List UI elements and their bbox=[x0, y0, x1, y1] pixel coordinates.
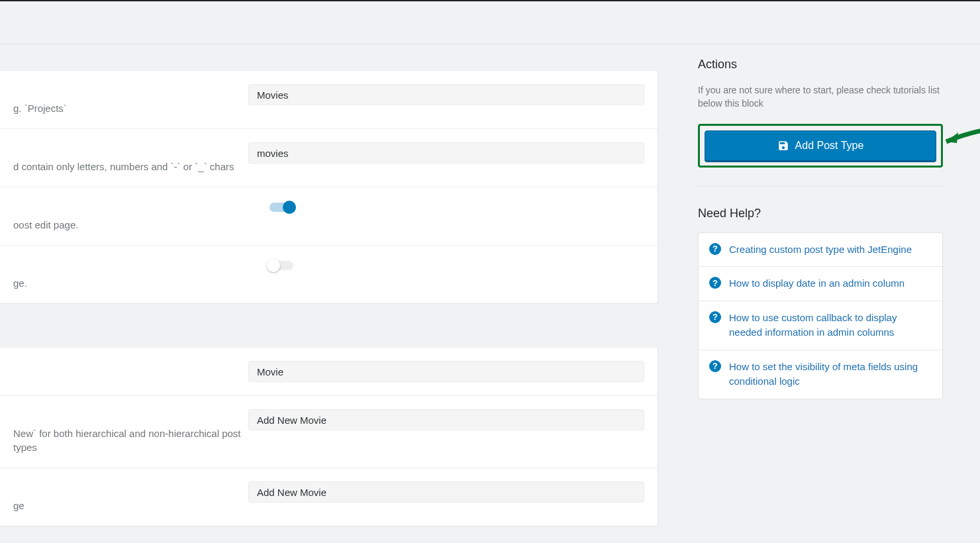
actions-description: If you are not sure where to start, plea… bbox=[698, 83, 943, 111]
field-desc: d contain only letters, numbers and `-` … bbox=[13, 142, 248, 173]
question-icon: ? bbox=[709, 311, 721, 323]
field-desc: oost edit page. bbox=[13, 201, 270, 232]
labels-card: New` for both hierarchical and non-hiera… bbox=[0, 348, 658, 526]
slug-input[interactable] bbox=[248, 142, 644, 164]
general-settings-card: g. `Projects` d contain only letters, nu… bbox=[0, 71, 658, 304]
field-row-name: g. `Projects` bbox=[0, 71, 658, 129]
help-link-display-date[interactable]: ? How to display date in an admin column bbox=[699, 267, 942, 301]
help-link-conditional-visibility[interactable]: ? How to set the visibility of meta fiel… bbox=[699, 350, 942, 399]
field-row-singular bbox=[0, 348, 658, 396]
actions-title: Actions bbox=[698, 58, 943, 72]
need-help-title: Need Help? bbox=[698, 207, 943, 221]
edit-page-toggle[interactable] bbox=[270, 203, 293, 212]
field-desc: New` for both hierarchical and non-hiera… bbox=[13, 409, 248, 454]
annotation-arrow-icon bbox=[941, 122, 980, 162]
question-icon: ? bbox=[709, 243, 721, 255]
help-link-create-cpt[interactable]: ? Creating custom post type with JetEngi… bbox=[699, 233, 942, 268]
help-link-custom-callback[interactable]: ? How to use custom callback to display … bbox=[699, 301, 942, 350]
field-desc: g. `Projects` bbox=[13, 84, 248, 115]
header-spacer bbox=[0, 1, 980, 44]
field-desc: ge. bbox=[13, 259, 270, 290]
action-highlight-box: Add Post Type bbox=[698, 124, 943, 168]
singular-name-input[interactable] bbox=[248, 361, 644, 382]
field-row-add-new-item: ge bbox=[0, 468, 658, 526]
field-row-toggle-other: ge. bbox=[0, 246, 658, 303]
save-icon bbox=[777, 140, 789, 152]
help-link-label: How to set the visibility of meta fields… bbox=[729, 360, 932, 389]
name-input[interactable] bbox=[248, 84, 644, 105]
field-row-toggle-edit: oost edit page. bbox=[0, 187, 658, 246]
help-link-label: How to use custom callback to display ne… bbox=[729, 311, 932, 340]
question-icon: ? bbox=[709, 277, 721, 289]
help-link-label: How to display date in an admin column bbox=[729, 276, 905, 291]
field-row-slug: d contain only letters, numbers and `-` … bbox=[0, 129, 658, 187]
question-icon: ? bbox=[709, 360, 721, 372]
sidebar-divider bbox=[698, 186, 943, 187]
add-post-type-label: Add Post Type bbox=[795, 140, 864, 152]
help-link-label: Creating custom post type with JetEngine bbox=[729, 242, 912, 258]
help-list: ? Creating custom post type with JetEngi… bbox=[698, 232, 943, 399]
other-toggle[interactable] bbox=[270, 261, 293, 270]
field-row-add-new: New` for both hierarchical and non-hiera… bbox=[0, 396, 658, 468]
add-post-type-button[interactable]: Add Post Type bbox=[705, 130, 936, 161]
field-desc bbox=[13, 361, 248, 378]
add-new-input[interactable] bbox=[248, 409, 644, 430]
field-desc: ge bbox=[13, 481, 248, 513]
add-new-item-input[interactable] bbox=[248, 481, 644, 503]
